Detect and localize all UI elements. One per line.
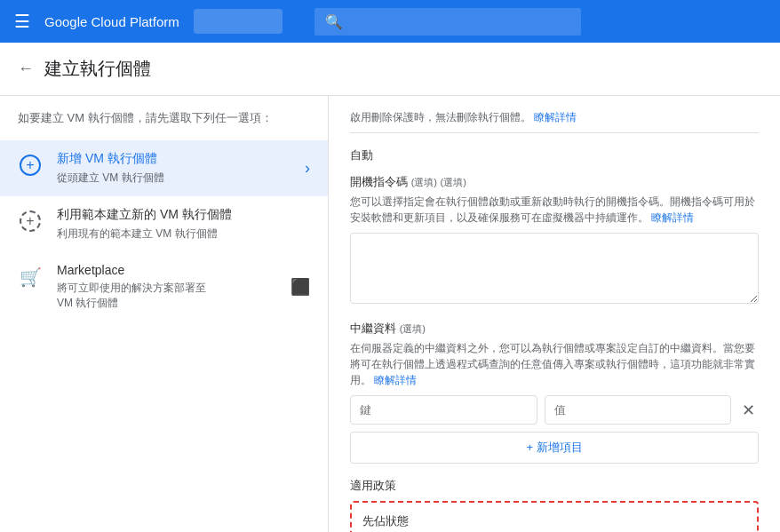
startup-script-input[interactable] <box>350 233 759 304</box>
metadata-row: ✕ <box>350 395 759 425</box>
sidebar-item-subtitle-marketplace: 將可立即使用的解決方案部署至 VM 執行個體 <box>57 281 276 311</box>
add-metadata-button[interactable]: + 新增項目 <box>350 432 759 464</box>
startup-script-label: 開機指令碼 (選填) (選填) <box>350 174 759 190</box>
info-bar: 啟用刪除保護時，無法刪除執行個體。 瞭解詳情 <box>350 110 759 133</box>
sidebar-item-template-vm[interactable]: + 利用範本建立新的 VM 執行個體 利用現有的範本建立 VM 執行個體 <box>0 196 328 252</box>
project-badge[interactable] <box>194 9 283 34</box>
section-label: 自動 <box>350 147 759 163</box>
metadata-delete-button[interactable]: ✕ <box>738 397 759 424</box>
top-nav: ☰ Google Cloud Platform 🔍 <box>0 0 780 43</box>
nav-logo-text: Google Cloud Platform <box>44 14 179 29</box>
page-title: 建立執行個體 <box>44 57 151 81</box>
sidebar-item-title-template: 利用範本建立新的 VM 執行個體 <box>57 207 310 223</box>
template-icon: + <box>18 209 43 234</box>
sidebar-item-title-new-vm: 新增 VM 執行個體 <box>57 151 291 167</box>
sidebar-item-new-vm[interactable]: + 新增 VM 執行個體 從頭建立 VM 執行個體 › <box>0 140 328 196</box>
sidebar-item-title-marketplace: Marketplace <box>57 263 276 277</box>
metadata-label: 中繼資料 (選填) <box>350 321 759 337</box>
marketplace-icon: 🛒 <box>18 265 43 290</box>
policy-section-label: 適用政策 <box>350 478 759 494</box>
metadata-group: 中繼資料 (選填) 在伺服器定義的中繼資料之外，您可以為執行個體或專案設定自訂的… <box>350 321 759 464</box>
sidebar-item-marketplace[interactable]: 🛒 Marketplace 將可立即使用的解決方案部署至 VM 執行個體 ⬛ <box>0 252 328 322</box>
startup-script-group: 開機指令碼 (選填) (選填) 您可以選擇指定會在執行個體啟動或重新啟動時執行的… <box>350 174 759 306</box>
sidebar-item-subtitle-new-vm: 從頭建立 VM 執行個體 <box>57 171 291 186</box>
chevron-right-icon: › <box>305 159 310 178</box>
metadata-value-input[interactable] <box>545 395 732 425</box>
content-area: 啟用刪除保護時，無法刪除執行個體。 瞭解詳情 自動 開機指令碼 (選填) (選填… <box>329 96 780 532</box>
preemptible-box: 先佔狀態 先佔 VM 的費用較低，但只能持續 24 小時。只要系統發出終止指令，… <box>350 501 759 532</box>
preemptible-title: 先佔狀態 <box>362 513 746 529</box>
startup-script-link[interactable]: 瞭解詳情 <box>651 211 694 224</box>
search-icon: 🔍 <box>325 13 343 30</box>
sidebar-item-content-marketplace: Marketplace 將可立即使用的解決方案部署至 VM 執行個體 <box>57 263 276 311</box>
nav-search[interactable]: 🔍 <box>314 8 581 36</box>
info-bar-text: 啟用刪除保護時，無法刪除執行個體。 <box>350 111 531 123</box>
plus-circle-icon: + <box>18 153 43 178</box>
info-bar-link[interactable]: 瞭解詳情 <box>534 111 577 123</box>
page-header: ← 建立執行個體 <box>0 43 780 96</box>
metadata-key-input[interactable] <box>350 395 537 425</box>
nav-logo: Google Cloud Platform <box>44 14 179 29</box>
sidebar: 如要建立 VM 執行個體，請先選取下列任一選項： + 新增 VM 執行個體 從頭… <box>0 96 329 532</box>
startup-script-desc: 您可以選擇指定會在執行個體啟動或重新啟動時執行的開機指令碼。開機指令碼可用於安裝… <box>350 194 759 226</box>
sidebar-item-content-new-vm: 新增 VM 執行個體 從頭建立 VM 執行個體 <box>57 151 291 186</box>
sidebar-intro: 如要建立 VM 執行個體，請先選取下列任一選項： <box>0 110 328 140</box>
back-button[interactable]: ← <box>18 60 34 78</box>
import-icon: ⬛ <box>291 277 310 297</box>
menu-icon[interactable]: ☰ <box>14 11 30 32</box>
sidebar-item-subtitle-template: 利用現有的範本建立 VM 執行個體 <box>57 226 310 242</box>
sidebar-item-content-template: 利用範本建立新的 VM 執行個體 利用現有的範本建立 VM 執行個體 <box>57 207 310 242</box>
metadata-desc: 在伺服器定義的中繼資料之外，您可以為執行個體或專案設定自訂的中繼資料。當您要將可… <box>350 340 759 388</box>
metadata-link[interactable]: 瞭解詳情 <box>374 374 417 386</box>
main-layout: 如要建立 VM 執行個體，請先選取下列任一選項： + 新增 VM 執行個體 從頭… <box>0 96 780 532</box>
policy-section: 適用政策 先佔狀態 先佔 VM 的費用較低，但只能持續 24 小時。只要系統發出… <box>350 478 759 532</box>
